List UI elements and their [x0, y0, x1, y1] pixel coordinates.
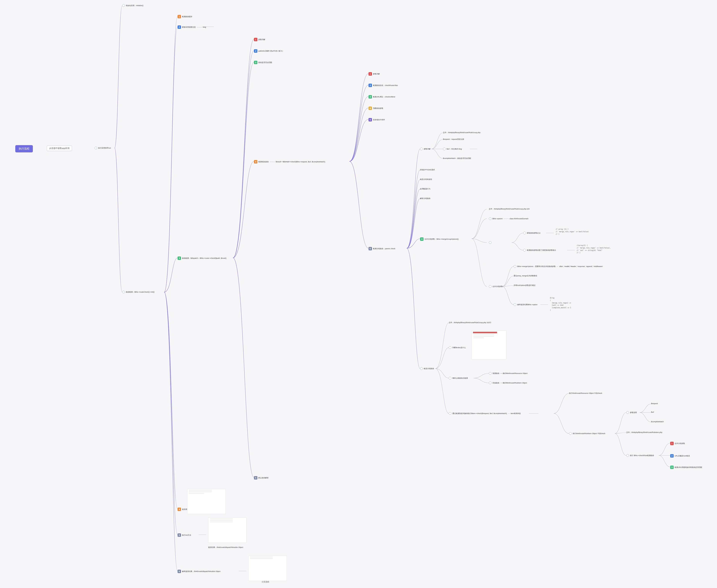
route-final-return[interactable]: 6最终返回结果：think\route\dispatch\Module Obje… [177, 570, 220, 573]
param-request: $request：request类的实例 [443, 138, 464, 141]
route-check[interactable]: 3路由检测：$dispatch = $this->route->check($p… [177, 256, 227, 260]
parent-options[interactable]: 跨域OPTIONS请求 [420, 169, 435, 171]
route-final-return-label: 最终返回结果：think\route\dispatch\Module Objec… [182, 570, 220, 573]
check-pathinfo[interactable]: 2pathinfo分隔符 把url中的 / 换为 | [254, 49, 283, 53]
route-init-exec[interactable]: 5执行init方法 [177, 533, 191, 537]
thumb-final [248, 556, 287, 581]
thumb-final-caption: 分页流程 [261, 581, 269, 583]
app-init[interactable]: 初始化应用：initialize() [122, 4, 143, 7]
checkrule-suffix[interactable]: 2URL后缀及Sort检查 [670, 454, 690, 458]
route-dispatch-info[interactable]: 2获取应用调度信息— — —blog [177, 25, 206, 29]
route-dispatch-info-label: 获取应用调度信息 [182, 26, 196, 28]
merge-extract[interactable]: 检测路由参数设置了就把路由参数取出 [523, 249, 556, 252]
merge-parent[interactable]: $this->parent— — —class think\route\Doma… [489, 217, 528, 220]
root-node[interactable]: 执行流程 [15, 145, 33, 152]
merge-lock[interactable]: 并将lockOption参数进行锁定 [514, 284, 535, 287]
group-resource[interactable]: 资源路由—执行think\route\Resource Object [489, 372, 528, 375]
domain-routeparam[interactable]: 4判断路由参数 [368, 107, 383, 110]
domain-alias[interactable]: 2检测路由别名：checkRouteAlias [368, 84, 398, 87]
merge-final[interactable]: 最终返回结果$this->option [514, 303, 537, 306]
merge-code-1: // array (1) [ // 'merge_rule_regex' => … [556, 228, 589, 235]
item-args[interactable]: 参数说明 [626, 411, 637, 414]
trunk-run[interactable]: 执行应用程序run [94, 147, 111, 149]
domain-parentcheck[interactable]: 6检测分组路由：parent::check [368, 247, 395, 250]
root-label: 执行流程 [15, 145, 33, 152]
app-routecheck[interactable]: 路由检测：$this->routeCheck()->init() [122, 291, 154, 293]
group-rules[interactable]: 判断$rules是什么 [449, 346, 466, 349]
app-routecheck-label: 路由检测：$this->routeCheck()->init() [126, 291, 154, 293]
connector-lines [0, 0, 717, 588]
thumb-rules [472, 330, 506, 359]
group-file: 文件：thinkphp/library/think/route/RuleGrou… [449, 321, 491, 324]
check-complete[interactable]: 3路由是否完全匹配 [254, 61, 272, 64]
arg-request: $request [651, 403, 658, 404]
item-resource-check[interactable]: 执行think\route\Resource Object 中的check [569, 392, 602, 395]
arg-url: $url [651, 411, 654, 413]
merge-branch[interactable] [489, 241, 491, 244]
domain-urlbind[interactable]: 3检测URL绑定：checkUrlBind [368, 95, 395, 99]
domain-middleware[interactable]: 5添加域名中间件 [368, 118, 385, 122]
param-url[interactable]: $url：传过来的 blog [443, 148, 462, 150]
merge-final-code: Array ( [merge_rule_regex] => [ext] => h… [550, 297, 571, 312]
param-match: $completeMatch：路由是否完全匹配 [443, 157, 471, 160]
merge-file: 文件：thinkphp/library/think/route/RuleGrou… [489, 208, 530, 210]
parent-valid[interactable]: 检查分组有效性 [420, 178, 432, 181]
thumb-init [208, 518, 247, 543]
merge-group[interactable]: 合并分组参数 [489, 285, 503, 288]
group-parent-check[interactable]: 继承上级路由去检测 [449, 377, 468, 379]
app-init-label: 初始化应用：initialize() [126, 4, 143, 7]
route-dispatch-info-note: blog [203, 26, 206, 28]
group-other[interactable]: 其他路由—执行think\route\RuleItem Object [489, 382, 527, 384]
item-checkrule[interactable]: 执行 $this->checkRule检测路由 [626, 454, 654, 457]
merge-code-2: //array(2) [ // 'merge_rule_regex' => bo… [577, 245, 611, 254]
pfile: 文件：thinkphp/library/think/route/RuleGrou… [443, 131, 480, 134]
merge-getdef[interactable]: 获取路由参数定义 [523, 232, 541, 234]
node-dot [94, 147, 97, 149]
trunk-container[interactable]: 从容器中获取app应用 [47, 146, 72, 151]
route-cache-label: 检测路由缓存 [182, 16, 192, 18]
parent-params[interactable]: 参数详解 [420, 148, 430, 150]
route-init-exec-label: 执行init方法 [182, 534, 191, 537]
check-domain-note: $result = $domain->check($this->request,… [276, 161, 325, 163]
check-params[interactable]: 1参数详解 [254, 38, 265, 41]
check-default[interactable]: 5默认路由解析 [254, 476, 269, 480]
trunk-run-label: 执行应用程序run [98, 147, 111, 149]
group-item-check[interactable]: 通过检测到的对象来执行$item->check($request, $url, … [449, 412, 521, 415]
item-file: 文件：thinkphp/library/think/route/RuleItem… [626, 431, 662, 434]
merge-options[interactable]: $this->mergeOptions：需要和分组合并的路由参数—'after'… [514, 265, 603, 268]
route-cache[interactable]: 1检测路由缓存 [177, 15, 192, 18]
domain-params[interactable]: 1参数详解 [368, 72, 380, 76]
trunk-node-1: 从容器中获取app应用 [47, 146, 72, 151]
merge-arraymerge[interactable]: 通过array_merge合并参数数组 [514, 275, 537, 277]
parent-behavior[interactable]: 处理配置行为 [420, 188, 430, 190]
item-ruleitem-check[interactable]: 执行think\route\RuleItem Object 中的check [569, 432, 605, 435]
arg-complete: $completeMatch [651, 421, 664, 423]
checkrule-merge[interactable]: 1合并分组参数 [670, 442, 685, 445]
parent-parse[interactable]: 解析分组路由 [420, 197, 430, 200]
checkrule-match[interactable]: 3检测URL和规则如何将路由是否匹配 [670, 466, 702, 469]
check-domain[interactable]: 4检测域名路由— — —$result = $domain->check($th… [254, 160, 325, 164]
thumb-dispatch [187, 489, 226, 514]
parent-merge[interactable]: ✶合并分组参数：$this->mergeGroupOptions(); [420, 237, 459, 241]
mindmap-canvas[interactable]: 执行流程 从容器中获取app应用 执行应用程序run 初始化应用：initial… [0, 0, 717, 588]
parent-checkgroup[interactable]: 检查分组路由 [420, 367, 434, 370]
route-check-label: 路由检测：$dispatch = $this->route->check($pa… [182, 257, 227, 259]
route-init-note: 返回结果：think\route\dispatch\Module Object [208, 546, 243, 549]
